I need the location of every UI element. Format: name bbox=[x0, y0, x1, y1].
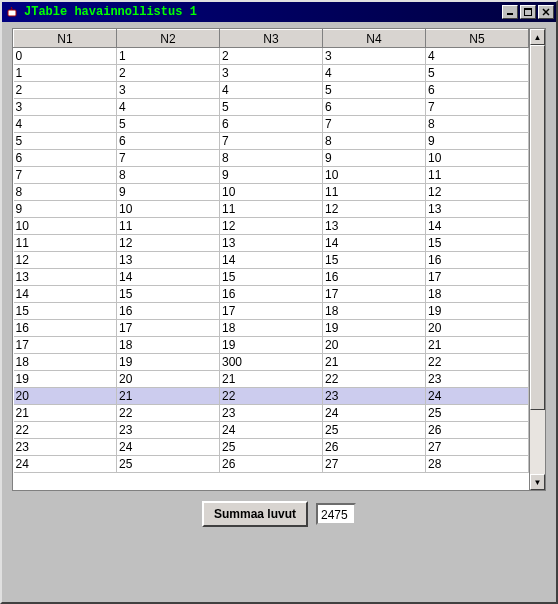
table-cell[interactable]: 11 bbox=[323, 184, 426, 201]
table-cell[interactable]: 18 bbox=[117, 337, 220, 354]
column-header[interactable]: N3 bbox=[220, 30, 323, 48]
table-cell[interactable]: 13 bbox=[323, 218, 426, 235]
table-cell[interactable]: 25 bbox=[323, 422, 426, 439]
table-cell[interactable]: 17 bbox=[426, 269, 529, 286]
table-cell[interactable]: 14 bbox=[220, 252, 323, 269]
table-cell[interactable]: 8 bbox=[14, 184, 117, 201]
table-cell[interactable]: 25 bbox=[426, 405, 529, 422]
table-cell[interactable]: 28 bbox=[426, 456, 529, 473]
table-cell[interactable]: 15 bbox=[323, 252, 426, 269]
table-cell[interactable]: 3 bbox=[14, 99, 117, 116]
table-cell[interactable]: 23 bbox=[323, 388, 426, 405]
table-row[interactable]: 1213141516 bbox=[14, 252, 529, 269]
table-cell[interactable]: 23 bbox=[220, 405, 323, 422]
table-cell[interactable]: 5 bbox=[426, 65, 529, 82]
table-cell[interactable]: 4 bbox=[426, 48, 529, 65]
table-cell[interactable]: 27 bbox=[426, 439, 529, 456]
table-cell[interactable]: 9 bbox=[426, 133, 529, 150]
table-cell[interactable]: 6 bbox=[323, 99, 426, 116]
table-row[interactable]: 45678 bbox=[14, 116, 529, 133]
table-cell[interactable]: 26 bbox=[323, 439, 426, 456]
table-cell[interactable]: 300 bbox=[220, 354, 323, 371]
table-cell[interactable]: 10 bbox=[426, 150, 529, 167]
vertical-scrollbar[interactable]: ▲ ▼ bbox=[529, 29, 545, 490]
table-row[interactable]: 18193002122 bbox=[14, 354, 529, 371]
table-cell[interactable]: 2 bbox=[220, 48, 323, 65]
table-cell[interactable]: 5 bbox=[14, 133, 117, 150]
table-cell[interactable]: 14 bbox=[117, 269, 220, 286]
table-row[interactable]: 1718192021 bbox=[14, 337, 529, 354]
table-cell[interactable]: 22 bbox=[117, 405, 220, 422]
table-row[interactable]: 910111213 bbox=[14, 201, 529, 218]
table-cell[interactable]: 9 bbox=[220, 167, 323, 184]
table-cell[interactable]: 12 bbox=[220, 218, 323, 235]
table-cell[interactable]: 17 bbox=[14, 337, 117, 354]
table-cell[interactable]: 15 bbox=[117, 286, 220, 303]
table-cell[interactable]: 3 bbox=[117, 82, 220, 99]
table-cell[interactable]: 14 bbox=[323, 235, 426, 252]
table-cell[interactable]: 22 bbox=[220, 388, 323, 405]
column-header[interactable]: N4 bbox=[323, 30, 426, 48]
titlebar[interactable]: JTable havainnollistus 1 bbox=[2, 2, 556, 22]
table-cell[interactable]: 3 bbox=[323, 48, 426, 65]
table-cell[interactable]: 12 bbox=[426, 184, 529, 201]
table-row[interactable]: 56789 bbox=[14, 133, 529, 150]
table-row[interactable]: 12345 bbox=[14, 65, 529, 82]
table-cell[interactable]: 19 bbox=[117, 354, 220, 371]
table-row[interactable]: 678910 bbox=[14, 150, 529, 167]
table-row[interactable]: 1415161718 bbox=[14, 286, 529, 303]
table-row[interactable]: 2021222324 bbox=[14, 388, 529, 405]
table-cell[interactable]: 6 bbox=[426, 82, 529, 99]
table-row[interactable]: 1617181920 bbox=[14, 320, 529, 337]
table-cell[interactable]: 13 bbox=[14, 269, 117, 286]
table-cell[interactable]: 26 bbox=[220, 456, 323, 473]
table-row[interactable]: 2324252627 bbox=[14, 439, 529, 456]
table-cell[interactable]: 21 bbox=[117, 388, 220, 405]
close-button[interactable] bbox=[538, 5, 554, 19]
table-cell[interactable]: 16 bbox=[117, 303, 220, 320]
table-cell[interactable]: 7 bbox=[426, 99, 529, 116]
table-cell[interactable]: 2 bbox=[117, 65, 220, 82]
table-cell[interactable]: 23 bbox=[117, 422, 220, 439]
table-cell[interactable]: 22 bbox=[14, 422, 117, 439]
table-cell[interactable]: 10 bbox=[220, 184, 323, 201]
table-cell[interactable]: 23 bbox=[14, 439, 117, 456]
table-row[interactable]: 89101112 bbox=[14, 184, 529, 201]
table-cell[interactable]: 14 bbox=[426, 218, 529, 235]
table-cell[interactable]: 12 bbox=[117, 235, 220, 252]
table-cell[interactable]: 21 bbox=[323, 354, 426, 371]
table-cell[interactable]: 24 bbox=[426, 388, 529, 405]
table-cell[interactable]: 15 bbox=[426, 235, 529, 252]
table-cell[interactable]: 10 bbox=[14, 218, 117, 235]
table-cell[interactable]: 5 bbox=[220, 99, 323, 116]
table-cell[interactable]: 21 bbox=[426, 337, 529, 354]
table-row[interactable]: 1011121314 bbox=[14, 218, 529, 235]
table-cell[interactable]: 9 bbox=[323, 150, 426, 167]
table-cell[interactable]: 5 bbox=[117, 116, 220, 133]
table-cell[interactable]: 9 bbox=[117, 184, 220, 201]
table-cell[interactable]: 15 bbox=[14, 303, 117, 320]
table-row[interactable]: 1314151617 bbox=[14, 269, 529, 286]
table-cell[interactable]: 18 bbox=[323, 303, 426, 320]
maximize-button[interactable] bbox=[520, 5, 536, 19]
table-cell[interactable]: 13 bbox=[426, 201, 529, 218]
table-row[interactable]: 2223242526 bbox=[14, 422, 529, 439]
table-cell[interactable]: 11 bbox=[117, 218, 220, 235]
table-cell[interactable]: 27 bbox=[323, 456, 426, 473]
minimize-button[interactable] bbox=[502, 5, 518, 19]
table-row[interactable]: 1516171819 bbox=[14, 303, 529, 320]
scroll-up-button[interactable]: ▲ bbox=[530, 29, 545, 45]
table-cell[interactable]: 5 bbox=[323, 82, 426, 99]
table-cell[interactable]: 18 bbox=[14, 354, 117, 371]
table-row[interactable]: 1112131415 bbox=[14, 235, 529, 252]
table-cell[interactable]: 17 bbox=[220, 303, 323, 320]
table-cell[interactable]: 1 bbox=[117, 48, 220, 65]
sum-button[interactable]: Summaa luvut bbox=[202, 501, 308, 527]
table-cell[interactable]: 8 bbox=[220, 150, 323, 167]
table-cell[interactable]: 11 bbox=[220, 201, 323, 218]
table-cell[interactable]: 23 bbox=[426, 371, 529, 388]
table-cell[interactable]: 20 bbox=[323, 337, 426, 354]
table-cell[interactable]: 4 bbox=[220, 82, 323, 99]
table-cell[interactable]: 19 bbox=[220, 337, 323, 354]
table-row[interactable]: 34567 bbox=[14, 99, 529, 116]
